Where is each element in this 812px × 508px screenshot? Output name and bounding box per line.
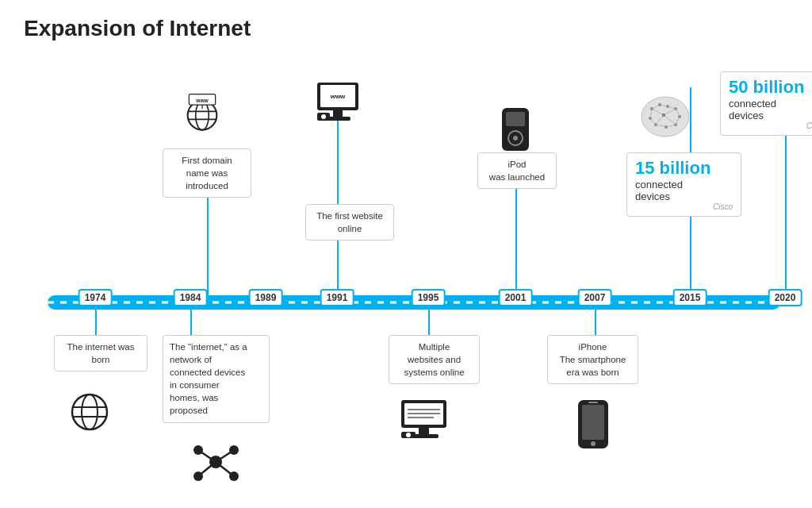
icon-network (190, 438, 242, 489)
icon-iot-cloud (636, 89, 695, 148)
box-first-domain: First domainname wasintroduced (163, 148, 251, 198)
icon-globe-below (68, 391, 112, 437)
svg-line-52 (216, 450, 234, 462)
svg-point-63 (406, 433, 411, 437)
page-title: Expansion of Internet (24, 16, 788, 41)
year-2015: 2015 (673, 289, 707, 306)
icon-ipod (500, 106, 530, 156)
year-1991: 1991 (320, 289, 354, 306)
15billion-cisco: Cisco (635, 202, 733, 211)
15billion-sub: connecteddevices (635, 179, 733, 202)
box-ipod: iPodwas launched (477, 152, 557, 189)
svg-point-17 (513, 136, 518, 140)
box-multiple-websites: Multiplewebsites andsystems online (389, 335, 480, 384)
icon-iphone (576, 398, 610, 453)
year-1989: 1989 (249, 289, 283, 306)
svg-point-43 (82, 394, 98, 429)
svg-rect-10 (333, 110, 343, 117)
box-iphone: iPhoneThe smartphoneera was born (547, 335, 638, 384)
icon-computer-below (398, 398, 450, 445)
svg-point-66 (591, 441, 596, 446)
icon-globe-www: www (182, 93, 222, 136)
box-internet-network: The "internet," as anetwork ofconnected … (163, 335, 270, 423)
svg-line-53 (198, 462, 216, 476)
year-2007: 2007 (578, 289, 612, 306)
svg-point-42 (72, 394, 107, 429)
svg-line-51 (198, 450, 216, 462)
svg-text:www: www (195, 98, 209, 103)
50billion-number: 50 billion (729, 77, 812, 98)
box-first-website: The first websiteonline (305, 204, 394, 241)
box-internet-born: The internet wasborn (54, 335, 147, 371)
svg-rect-15 (506, 112, 525, 126)
svg-rect-65 (582, 405, 604, 440)
year-1995: 1995 (412, 289, 446, 306)
box-50billion: 50 billion connecteddevices Cisco (720, 71, 812, 136)
15billion-number: 15 billion (635, 158, 733, 179)
icon-monitor-website: www (314, 81, 362, 128)
svg-text:www: www (330, 93, 346, 100)
page: Expansion of Internet 1974 1984 1989 199… (0, 0, 812, 508)
50billion-sub: connecteddevices (729, 98, 812, 121)
timeline-area: 1974 1984 1989 1991 1995 2001 2007 2015 … (24, 49, 788, 494)
year-1984: 1984 (174, 289, 208, 306)
svg-rect-60 (419, 428, 429, 434)
50billion-cisco: Cisco (729, 121, 812, 130)
year-2001: 2001 (499, 289, 533, 306)
svg-line-54 (216, 462, 234, 476)
box-15billion: 15 billion connecteddevices Cisco (626, 152, 741, 217)
svg-point-13 (321, 114, 326, 119)
year-1974: 1974 (79, 289, 113, 306)
year-2020: 2020 (768, 289, 802, 306)
